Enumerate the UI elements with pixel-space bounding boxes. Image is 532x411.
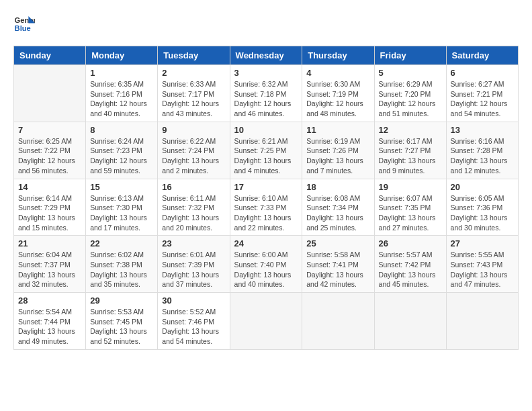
calendar-cell: 11Sunrise: 6:19 AMSunset: 7:26 PMDayligh…	[302, 122, 374, 179]
day-number: 29	[90, 295, 153, 306]
day-info: Sunrise: 6:14 AMSunset: 7:29 PMDaylight:…	[18, 193, 81, 233]
weekday-header-saturday: Saturday	[446, 46, 518, 65]
day-info: Sunrise: 6:17 AMSunset: 7:27 PMDaylight:…	[379, 136, 442, 176]
calendar-cell: 26Sunrise: 5:57 AMSunset: 7:42 PMDayligh…	[374, 236, 446, 293]
day-number: 3	[234, 68, 298, 78]
day-number: 2	[162, 68, 225, 78]
day-info: Sunrise: 6:02 AMSunset: 7:38 PMDaylight:…	[90, 250, 153, 289]
day-number: 21	[18, 238, 81, 248]
calendar-week-row: 1Sunrise: 6:35 AMSunset: 7:16 PMDaylight…	[14, 65, 519, 122]
day-number: 26	[379, 238, 442, 248]
calendar-cell: 16Sunrise: 6:11 AMSunset: 7:32 PMDayligh…	[158, 179, 230, 236]
weekday-header-monday: Monday	[86, 46, 158, 65]
calendar-cell: 20Sunrise: 6:05 AMSunset: 7:36 PMDayligh…	[446, 179, 518, 236]
weekday-header-row: SundayMondayTuesdayWednesdayThursdayFrid…	[14, 46, 519, 65]
calendar-cell: 14Sunrise: 6:14 AMSunset: 7:29 PMDayligh…	[14, 179, 86, 236]
day-info: Sunrise: 6:01 AMSunset: 7:39 PMDaylight:…	[162, 250, 225, 289]
day-info: Sunrise: 5:57 AMSunset: 7:42 PMDaylight:…	[379, 250, 442, 289]
day-info: Sunrise: 6:21 AMSunset: 7:25 PMDaylight:…	[234, 136, 298, 176]
day-info: Sunrise: 6:24 AMSunset: 7:23 PMDaylight:…	[90, 136, 153, 176]
calendar-table: SundayMondayTuesdayWednesdayThursdayFrid…	[13, 46, 519, 350]
weekday-header-wednesday: Wednesday	[230, 46, 302, 65]
day-number: 28	[18, 295, 81, 306]
calendar-cell: 12Sunrise: 6:17 AMSunset: 7:27 PMDayligh…	[374, 122, 446, 179]
calendar-cell: 4Sunrise: 6:30 AMSunset: 7:19 PMDaylight…	[302, 65, 374, 122]
day-info: Sunrise: 6:13 AMSunset: 7:30 PMDaylight:…	[90, 193, 153, 233]
day-number: 5	[379, 68, 442, 78]
calendar-cell: 21Sunrise: 6:04 AMSunset: 7:37 PMDayligh…	[14, 236, 86, 293]
day-number: 11	[306, 125, 369, 135]
calendar-cell: 6Sunrise: 6:27 AMSunset: 7:21 PMDaylight…	[446, 65, 518, 122]
day-number: 24	[234, 238, 298, 248]
calendar-cell: 8Sunrise: 6:24 AMSunset: 7:23 PMDaylight…	[86, 122, 158, 179]
calendar-cell: 25Sunrise: 5:58 AMSunset: 7:41 PMDayligh…	[302, 236, 374, 293]
day-number: 10	[234, 125, 298, 135]
day-info: Sunrise: 5:58 AMSunset: 7:41 PMDaylight:…	[306, 250, 369, 289]
calendar-week-row: 21Sunrise: 6:04 AMSunset: 7:37 PMDayligh…	[14, 236, 519, 293]
day-number: 8	[90, 125, 153, 135]
day-number: 7	[18, 125, 81, 135]
weekday-header-friday: Friday	[374, 46, 446, 65]
day-info: Sunrise: 6:16 AMSunset: 7:28 PMDaylight:…	[451, 136, 514, 176]
calendar-cell: 9Sunrise: 6:22 AMSunset: 7:24 PMDaylight…	[158, 122, 230, 179]
day-number: 17	[234, 182, 298, 192]
weekday-header-tuesday: Tuesday	[158, 46, 230, 65]
day-info: Sunrise: 6:10 AMSunset: 7:33 PMDaylight:…	[234, 193, 298, 233]
day-info: Sunrise: 6:27 AMSunset: 7:21 PMDaylight:…	[451, 79, 514, 119]
calendar-cell: 2Sunrise: 6:33 AMSunset: 7:17 PMDaylight…	[158, 65, 230, 122]
calendar-cell: 23Sunrise: 6:01 AMSunset: 7:39 PMDayligh…	[158, 236, 230, 293]
day-number: 25	[306, 238, 369, 248]
day-info: Sunrise: 6:30 AMSunset: 7:19 PMDaylight:…	[306, 79, 369, 119]
day-number: 18	[306, 182, 369, 192]
weekday-header-sunday: Sunday	[14, 46, 86, 65]
day-info: Sunrise: 6:25 AMSunset: 7:22 PMDaylight:…	[18, 136, 81, 176]
day-number: 27	[451, 238, 514, 248]
calendar-week-row: 14Sunrise: 6:14 AMSunset: 7:29 PMDayligh…	[14, 179, 519, 236]
day-number: 20	[451, 182, 514, 192]
calendar-cell: 24Sunrise: 6:00 AMSunset: 7:40 PMDayligh…	[230, 236, 302, 293]
day-info: Sunrise: 5:53 AMSunset: 7:45 PMDaylight:…	[90, 307, 153, 347]
day-number: 6	[451, 68, 514, 78]
day-info: Sunrise: 5:55 AMSunset: 7:43 PMDaylight:…	[451, 250, 514, 289]
day-info: Sunrise: 6:19 AMSunset: 7:26 PMDaylight:…	[306, 136, 369, 176]
day-info: Sunrise: 6:08 AMSunset: 7:34 PMDaylight:…	[306, 193, 369, 233]
calendar-header: SundayMondayTuesdayWednesdayThursdayFrid…	[14, 46, 519, 65]
calendar-cell	[302, 293, 374, 350]
page-header: General Blue	[13, 13, 519, 35]
calendar-cell: 30Sunrise: 5:52 AMSunset: 7:46 PMDayligh…	[158, 293, 230, 350]
calendar-cell: 3Sunrise: 6:32 AMSunset: 7:18 PMDaylight…	[230, 65, 302, 122]
day-info: Sunrise: 6:33 AMSunset: 7:17 PMDaylight:…	[162, 79, 225, 119]
day-number: 1	[90, 68, 153, 78]
day-info: Sunrise: 6:04 AMSunset: 7:37 PMDaylight:…	[18, 250, 81, 289]
calendar-cell: 18Sunrise: 6:08 AMSunset: 7:34 PMDayligh…	[302, 179, 374, 236]
day-info: Sunrise: 6:00 AMSunset: 7:40 PMDaylight:…	[234, 250, 298, 289]
calendar-cell: 13Sunrise: 6:16 AMSunset: 7:28 PMDayligh…	[446, 122, 518, 179]
calendar-cell: 22Sunrise: 6:02 AMSunset: 7:38 PMDayligh…	[86, 236, 158, 293]
day-number: 13	[451, 125, 514, 135]
day-info: Sunrise: 6:07 AMSunset: 7:35 PMDaylight:…	[379, 193, 442, 233]
calendar-cell: 5Sunrise: 6:29 AMSunset: 7:20 PMDaylight…	[374, 65, 446, 122]
day-number: 19	[379, 182, 442, 192]
day-info: Sunrise: 6:35 AMSunset: 7:16 PMDaylight:…	[90, 79, 153, 119]
day-number: 12	[379, 125, 442, 135]
calendar-week-row: 28Sunrise: 5:54 AMSunset: 7:44 PMDayligh…	[14, 293, 519, 350]
weekday-header-thursday: Thursday	[302, 46, 374, 65]
logo-icon: General Blue	[13, 13, 35, 35]
calendar-cell: 28Sunrise: 5:54 AMSunset: 7:44 PMDayligh…	[14, 293, 86, 350]
day-info: Sunrise: 5:52 AMSunset: 7:46 PMDaylight:…	[162, 307, 225, 347]
day-info: Sunrise: 6:11 AMSunset: 7:32 PMDaylight:…	[162, 193, 225, 233]
day-number: 30	[162, 295, 225, 306]
calendar-cell: 15Sunrise: 6:13 AMSunset: 7:30 PMDayligh…	[86, 179, 158, 236]
day-info: Sunrise: 6:05 AMSunset: 7:36 PMDaylight:…	[451, 193, 514, 233]
day-number: 14	[18, 182, 81, 192]
calendar-cell	[14, 65, 86, 122]
calendar-cell: 17Sunrise: 6:10 AMSunset: 7:33 PMDayligh…	[230, 179, 302, 236]
calendar-cell: 1Sunrise: 6:35 AMSunset: 7:16 PMDaylight…	[86, 65, 158, 122]
svg-text:Blue: Blue	[15, 24, 31, 32]
day-number: 4	[306, 68, 369, 78]
day-info: Sunrise: 6:22 AMSunset: 7:24 PMDaylight:…	[162, 136, 225, 176]
day-number: 16	[162, 182, 225, 192]
day-number: 23	[162, 238, 225, 248]
calendar-cell	[230, 293, 302, 350]
calendar-body: 1Sunrise: 6:35 AMSunset: 7:16 PMDaylight…	[14, 65, 519, 350]
